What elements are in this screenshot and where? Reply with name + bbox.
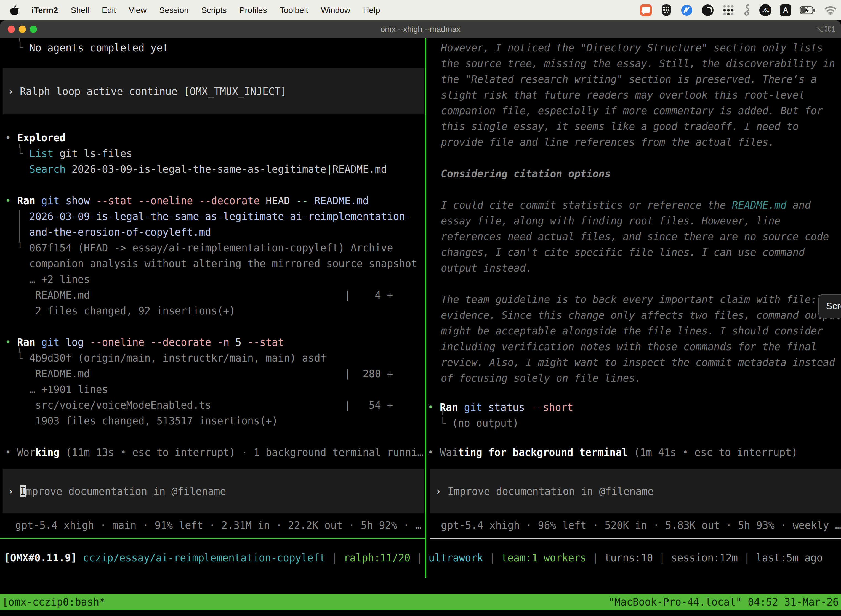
terminal-line: └ List git ls-files (5, 148, 132, 160)
terminal-line: README.md | 4 + (5, 289, 393, 301)
terminal-line: output instead. (441, 262, 532, 274)
window-title: omx --xhigh --madmax (0, 21, 841, 38)
right-input-box[interactable]: › Improve documentation in @filename (431, 469, 841, 513)
left-input-box[interactable]: › Improve documentation in @filename (3, 469, 424, 513)
left-pane-border (0, 538, 425, 539)
terminal-line: • Explored (5, 132, 66, 144)
terminal-line: might be acceptable alongside the file l… (441, 325, 823, 337)
terminal-line: The team guideline is to back every impo… (441, 294, 841, 306)
terminal-line: companion analysis without altering the … (5, 258, 417, 270)
menu-item-view[interactable]: View (129, 6, 147, 15)
terminal-line: … +2 lines (5, 273, 90, 286)
terminal-line: • Waiting for background terminal (1m 41… (428, 447, 797, 459)
right-input-text: Improve documentation in @filename (448, 485, 653, 497)
terminal-line: • Working (11m 13s • esc to interrupt) ·… (5, 447, 423, 459)
terminal-line: gpt-5.4 xhigh · 96% left · 520K in · 5.8… (441, 519, 841, 532)
tree-guide-line (19, 144, 20, 148)
terminal-line: … +1901 lines (5, 384, 108, 396)
apple-menu-icon[interactable] (10, 5, 19, 15)
menu-bar: iTerm2ShellEditViewSessionScriptsProfile… (0, 0, 841, 21)
ralph-loop-box: › Ralph loop active continue [OMX_TMUX_I… (3, 69, 424, 114)
battery-icon[interactable] (800, 6, 816, 15)
screen-tooltip: Scre (818, 294, 841, 318)
terminal-line: this single essay, it seems like a good … (441, 120, 799, 133)
menu-item-edit[interactable]: Edit (102, 6, 116, 15)
window-shortcut: ⌥⌘1 (815, 21, 835, 38)
prompt-chevron: › (8, 85, 20, 97)
terminal-line: 1903 files changed, 513517 insertions(+) (5, 415, 278, 427)
terminal-line: Considering citation options (441, 168, 611, 180)
terminal-line: the source tree, missing the essay. Stil… (441, 58, 835, 70)
terminal-line: └ (no output) (428, 417, 519, 430)
terminal-line: └ 4b9d30f (origin/main, instructkr/main,… (5, 352, 327, 364)
prompt-chevron: › (435, 485, 448, 497)
hook-icon[interactable] (743, 4, 751, 17)
terminal-line: └ No agents completed yet (5, 42, 168, 54)
terminal-line: • Ran git log --oneline --decorate -n 5 … (5, 336, 284, 349)
percent-badge-label: ..61 (762, 7, 769, 13)
menu-item-iterm2[interactable]: iTerm2 (31, 6, 58, 15)
percent-badge-icon[interactable]: ..61 (759, 4, 771, 16)
menu-item-toolbelt[interactable]: Toolbelt (280, 6, 308, 15)
terminal-line: references need actual files, and since … (441, 231, 829, 243)
wifi-icon[interactable] (824, 5, 837, 15)
tmux-host-clock: "MacBook-Pro-44.local" 04:52 31-Mar-26 (608, 596, 841, 608)
terminal-line: 2 files changed, 92 insertions(+) (5, 305, 235, 317)
tree-guide-line (19, 348, 20, 353)
menu-status-icons: ..61 A (640, 0, 837, 21)
right-pane-border (431, 538, 841, 539)
tmux-status-bar: [omx-cczip0:bash* "MacBook-Pro-44.local"… (0, 594, 841, 610)
input-source-icon[interactable]: A (780, 4, 791, 16)
terminal: › Ralph loop active continue [OMX_TMUX_I… (0, 38, 841, 594)
menu-item-window[interactable]: Window (321, 6, 350, 15)
terminal-line: including verification notes with those … (441, 341, 817, 353)
terminal-line: 2026-03-09-is-legal-the-same-as-legitima… (5, 211, 411, 223)
tmux-session-label[interactable]: [omx-cczip0:bash* (0, 596, 105, 608)
text-cursor: I (20, 485, 26, 497)
terminal-line: changes, I can't cite specific file line… (441, 246, 805, 259)
terminal-line: review. Also, I might want to inspect th… (441, 356, 835, 369)
crescent-icon[interactable] (701, 4, 714, 16)
zigzag-badge-icon[interactable] (680, 4, 693, 16)
pane-divider[interactable] (425, 38, 426, 578)
terminal-line: • Ran git show --stat --oneline --decora… (5, 195, 369, 207)
menu-item-session[interactable]: Session (159, 6, 189, 15)
terminal-line: and-the-erosion-of-copyleft.md (5, 226, 211, 238)
terminal-line: of focusing solely on file lines. (441, 372, 641, 384)
terminal-line: essay file, along with finding root file… (441, 215, 781, 227)
dots-grid-icon[interactable] (722, 4, 734, 16)
terminal-line: companion file, especially if more comme… (441, 105, 823, 117)
terminal-line: gpt-5.4 xhigh · main · 91% left · 2.31M … (15, 519, 421, 532)
terminal-line: However, I noticed the "Directory Struct… (441, 42, 823, 54)
left-input-text: mprove documentation in @filename (26, 485, 226, 497)
tree-guide-line (19, 38, 20, 41)
terminal-line: └ 067f154 (HEAD -> essay/ai-reimplementa… (5, 242, 393, 254)
terminal-line: I could cite commit statistics or refere… (441, 199, 811, 211)
shield-grid-icon[interactable] (661, 4, 672, 16)
terminal-line: Search 2026-03-09-is-legal-the-same-as-l… (5, 163, 387, 176)
terminal-line: src/voice/voiceModeEnabled.ts | 54 + (5, 399, 393, 412)
window-titlebar: omx --xhigh --madmax ⌥⌘1 (0, 21, 841, 38)
input-source-label: A (783, 6, 788, 15)
menu-item-scripts[interactable]: Scripts (201, 6, 227, 15)
menu-item-shell[interactable]: Shell (70, 6, 89, 15)
menu-item-profiles[interactable]: Profiles (239, 6, 267, 15)
ralph-loop-text: Ralph loop active continue [OMX_TMUX_INJ… (20, 85, 287, 97)
terminal-line: provide file and line references from th… (441, 136, 775, 148)
right-pane: › Improve documentation in @filename How… (426, 38, 841, 578)
tree-guide-line (442, 408, 442, 415)
terminal-line: • Ran git status --short (428, 402, 573, 414)
chat-icon[interactable] (640, 4, 652, 16)
terminal-line: the "Related research writing" section i… (441, 73, 817, 85)
terminal-line: README.md | 280 + (5, 368, 393, 380)
terminal-line: evidence. Since this change only affects… (441, 309, 841, 321)
screen: iTerm2ShellEditViewSessionScriptsProfile… (0, 0, 841, 616)
prompt-chevron: › (8, 485, 20, 497)
omx-status-bar: [OMX#0.11.9] cczip/essay/ai-reimplementa… (4, 552, 823, 564)
tree-guide-line (19, 210, 20, 242)
left-pane: › Ralph loop active continue [OMX_TMUX_I… (0, 38, 425, 578)
terminal-line: slight risk that future readers may over… (441, 89, 805, 101)
menu-item-list: iTerm2ShellEditViewSessionScriptsProfile… (31, 6, 393, 15)
menu-item-help[interactable]: Help (363, 6, 380, 15)
